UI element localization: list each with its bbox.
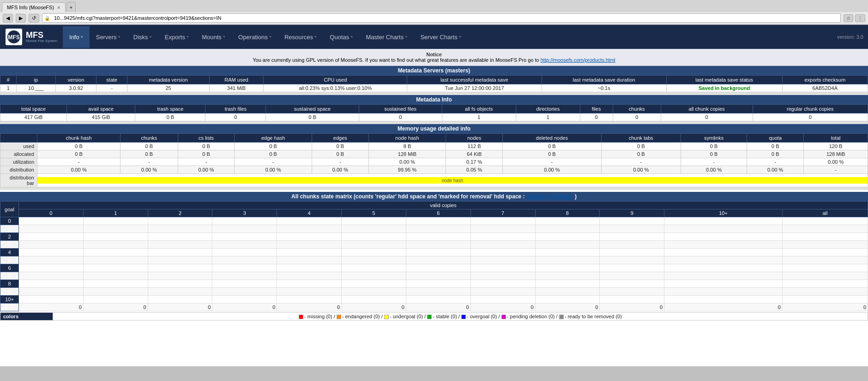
new-tab-button[interactable]: +: [66, 2, 76, 12]
nav-item-resources[interactable]: Resources +: [278, 26, 323, 48]
col-sustained-files: sustained files: [359, 105, 442, 113]
cell: 128 MiB: [368, 150, 446, 158]
distribution-bar-cell: node hash: [37, 174, 868, 187]
nav-arrow-info: ▾: [81, 35, 83, 39]
row-label-distribution-bar: distribution bar: [0, 174, 37, 187]
cell: 0.00 %: [37, 166, 121, 174]
colors-table: colors - missing (0) / - endangered (0) …: [0, 312, 868, 321]
bookmark-button[interactable]: ☆: [844, 14, 853, 22]
matrix-cell: [148, 225, 212, 233]
cell: -: [312, 158, 368, 166]
notice-link[interactable]: http://moosefs.com/products.html: [541, 57, 615, 63]
col-valid-copies-header: valid copies: [19, 202, 868, 209]
cell-avail-space: 415 GiB: [67, 113, 135, 121]
cell: 0.00 %: [312, 166, 368, 174]
matrix-cell: [664, 296, 783, 304]
matrix-cell: [212, 241, 277, 249]
nav-arrow-master-charts: +: [405, 35, 407, 39]
matrix-cell: 0: [470, 304, 535, 311]
cell: 0 B: [747, 143, 804, 150]
nav-item-master-charts[interactable]: Master Charts +: [360, 26, 414, 48]
cell-state: -: [96, 84, 127, 92]
tab-title: MFS Info (MooseFS): [7, 5, 54, 10]
nav-arrow-quotas: +: [350, 35, 353, 39]
matrix-cell: [212, 249, 277, 256]
nav-items: Info ▾ Servers + Disks + Exports + Mount…: [63, 26, 832, 48]
table-row: utilization - - - - - 0.00 % 0.17 % - - …: [0, 158, 868, 166]
matrix-cell: 0: [535, 304, 600, 311]
matrix-cell: [277, 296, 342, 304]
col-8: 8: [535, 209, 600, 217]
nav-arrow-exports: +: [187, 35, 189, 39]
cell: -: [37, 158, 121, 166]
col-chunks: chunks: [613, 105, 661, 113]
nav-item-server-charts[interactable]: Server Charts +: [414, 26, 467, 48]
col-nodes: nodes: [446, 134, 503, 143]
nav-item-disks[interactable]: Disks +: [127, 26, 158, 48]
matrix-cell: [277, 233, 342, 241]
nav-item-servers[interactable]: Servers +: [90, 26, 127, 48]
reload-button[interactable]: ↺: [29, 14, 39, 23]
col-sustained-space: sustained space: [266, 105, 359, 113]
settings-button[interactable]: ⋮: [855, 14, 865, 22]
matrix-goal-cell: 9: [0, 288, 19, 296]
matrix-cell: [600, 225, 664, 233]
dist-bar-label: node hash: [442, 178, 464, 183]
cell: -: [681, 158, 747, 166]
app-container: MFS MFS Moose File System Info ▾ Servers…: [0, 25, 868, 366]
matrix-cell: [148, 280, 212, 288]
back-button[interactable]: ◀: [3, 14, 13, 23]
nav-item-quotas[interactable]: Quotas +: [323, 26, 359, 48]
endangered-color-box: [337, 315, 341, 319]
matrix-cell: [600, 264, 664, 272]
browser-tab[interactable]: MFS Info (MooseFS) ✕: [2, 2, 66, 12]
col-9: 9: [600, 209, 664, 217]
matrix-cell: [600, 280, 664, 288]
matrix-cell: [535, 272, 600, 280]
matrix-goal-cell: 1: [0, 225, 19, 233]
memory-usage-header: Memory usage detailed info: [0, 124, 868, 133]
col-cs-lists: cs lists: [178, 134, 235, 143]
tab-close-button[interactable]: ✕: [57, 5, 60, 10]
url-input[interactable]: [51, 14, 838, 22]
table-row: 417 GiB 415 GiB 0 B 0 0 B 0 1 1 0 0 0 0: [0, 113, 868, 121]
matrix-row: 7: [0, 272, 868, 280]
matrix-cell: [782, 233, 868, 241]
cell: 0.00 %: [503, 166, 602, 174]
forward-button[interactable]: ▶: [16, 14, 26, 23]
nav-item-info[interactable]: Info ▾: [63, 26, 90, 48]
matrix-cell: [406, 233, 470, 241]
colors-label: colors: [0, 313, 53, 321]
cell: 99.95 %: [368, 166, 446, 174]
matrix-cell: 0: [782, 304, 868, 311]
matrix-goal-cell: all 1+: [0, 304, 19, 311]
matrix-row: 4: [0, 249, 868, 256]
cell: 0 B: [121, 150, 178, 158]
nav-item-operations[interactable]: Operations +: [232, 26, 278, 48]
nav-item-mounts[interactable]: Mounts +: [195, 26, 232, 48]
ready-to-remove-color: - ready to be removed (0): [559, 314, 622, 319]
cell: 0 B: [681, 150, 747, 158]
matrix-goal-cell: 6: [0, 264, 19, 272]
matrix-row: 5: [0, 256, 868, 264]
switch-link[interactable]: switch to 'regular': [526, 193, 573, 200]
nav-arrow-servers: +: [118, 35, 121, 39]
row-label-used: used: [0, 143, 37, 150]
cell: 128 MiB: [804, 150, 868, 158]
cell: -: [121, 158, 178, 166]
cell: 0 B: [312, 143, 368, 150]
nav-item-exports[interactable]: Exports +: [158, 26, 195, 48]
matrix-cell: [782, 241, 868, 249]
matrix-cell: [470, 241, 535, 249]
chunks-matrix-header: All chunks state matrix (counts 'regular…: [0, 192, 868, 201]
matrix-cell: [470, 225, 535, 233]
overgoal-color: - overgoal (0) /: [461, 314, 500, 319]
matrix-cell: [148, 233, 212, 241]
matrix-cell: 0: [664, 304, 783, 311]
matrix-cell: [19, 256, 84, 264]
cell: 0.00 %: [235, 166, 312, 174]
matrix-cell: [148, 272, 212, 280]
matrix-cell: [600, 217, 664, 225]
cell: 0 B: [178, 150, 235, 158]
matrix-cell: [342, 288, 406, 296]
